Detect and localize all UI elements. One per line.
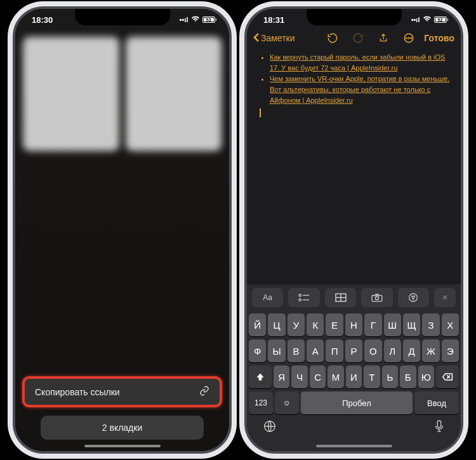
key-У[interactable]: У bbox=[288, 313, 305, 336]
key-Ж[interactable]: Ж bbox=[422, 339, 439, 362]
key-Х[interactable]: Х bbox=[442, 313, 459, 336]
emoji-key[interactable]: ☺ bbox=[275, 391, 299, 414]
checklist-button[interactable] bbox=[288, 288, 319, 307]
more-icon[interactable] bbox=[402, 32, 415, 44]
status-icons: ••ıl 52 bbox=[411, 16, 448, 23]
back-button[interactable]: Заметки bbox=[253, 32, 295, 44]
key-Щ[interactable]: Щ bbox=[403, 313, 420, 336]
copy-links-menu-item[interactable]: Скопировать ссылки bbox=[23, 377, 221, 407]
note-content[interactable]: Как вернуть старый пароль, если забыли н… bbox=[247, 47, 461, 284]
key-Р[interactable]: Р bbox=[345, 339, 362, 362]
home-indicator[interactable] bbox=[316, 445, 392, 447]
text-cursor bbox=[260, 108, 261, 117]
key-Е[interactable]: Е bbox=[326, 313, 343, 336]
svg-point-4 bbox=[299, 294, 301, 297]
svg-point-3 bbox=[411, 37, 412, 39]
copy-links-label: Скопировать ссылки bbox=[35, 387, 120, 397]
space-key[interactable]: Пробел bbox=[301, 391, 413, 414]
key-Ч[interactable]: Ч bbox=[291, 365, 307, 388]
key-Ю[interactable]: Ю bbox=[418, 365, 434, 388]
share-icon[interactable] bbox=[377, 32, 390, 44]
text-format-button[interactable]: Aa bbox=[252, 288, 283, 307]
camera-button[interactable] bbox=[361, 288, 392, 307]
tab-thumbnails bbox=[15, 30, 229, 157]
wifi-icon bbox=[191, 16, 200, 23]
undo-icon[interactable] bbox=[326, 32, 339, 44]
signal-icon: ••ıl bbox=[180, 16, 188, 23]
link-icon bbox=[199, 386, 209, 398]
phone-right: 18:31 ••ıl 52 Заметки Готово bbox=[244, 6, 463, 454]
status-time: 18:30 bbox=[28, 15, 53, 25]
key-А[interactable]: А bbox=[307, 339, 324, 362]
svg-rect-15 bbox=[437, 421, 440, 428]
key-М[interactable]: М bbox=[327, 365, 343, 388]
note-link[interactable]: Чем заменить VR-очки Apple, потратив в р… bbox=[270, 75, 449, 104]
key-Ы[interactable]: Ы bbox=[268, 339, 285, 362]
key-Я[interactable]: Я bbox=[274, 365, 289, 388]
done-button[interactable]: Готово bbox=[424, 33, 454, 43]
keyboard: ЙЦУКЕНГШЩЗХ ФЫВАПРОЛДЖЭ ЯЧСМИТЬБЮ 123 ☺ … bbox=[247, 311, 461, 451]
home-indicator[interactable] bbox=[84, 445, 161, 447]
numeric-key[interactable]: 123 bbox=[249, 391, 273, 414]
key-Н[interactable]: Н bbox=[345, 313, 362, 336]
enter-key[interactable]: Ввод bbox=[414, 391, 459, 414]
tab-thumbnail[interactable] bbox=[126, 37, 222, 151]
svg-point-2 bbox=[409, 37, 410, 39]
notes-screen: Заметки Готово Как вернуть старый пароль… bbox=[247, 9, 461, 451]
notch bbox=[307, 9, 402, 25]
format-toolbar: Aa ✕ bbox=[247, 284, 461, 311]
key-О[interactable]: О bbox=[364, 339, 381, 362]
key-Ф[interactable]: Ф bbox=[249, 339, 266, 362]
redo-icon bbox=[352, 32, 364, 44]
status-time: 18:31 bbox=[260, 15, 284, 25]
wifi-icon bbox=[423, 16, 432, 23]
svg-point-1 bbox=[406, 37, 407, 39]
battery-icon: 53 bbox=[202, 16, 217, 23]
notch bbox=[75, 9, 170, 25]
key-Ш[interactable]: Ш bbox=[384, 313, 401, 336]
backspace-key[interactable] bbox=[436, 365, 459, 388]
key-Ц[interactable]: Ц bbox=[268, 313, 285, 336]
safari-tabs-screen: Скопировать ссылки 2 вкладки bbox=[15, 9, 229, 451]
key-З[interactable]: З bbox=[422, 313, 439, 336]
battery-icon: 52 bbox=[434, 16, 449, 23]
globe-key[interactable] bbox=[263, 419, 277, 436]
close-toolbar-button[interactable]: ✕ bbox=[434, 288, 456, 307]
key-Т[interactable]: Т bbox=[364, 365, 380, 388]
key-И[interactable]: И bbox=[346, 365, 362, 388]
chevron-left-icon bbox=[253, 32, 260, 44]
tabs-count-button[interactable]: 2 вкладки bbox=[41, 416, 204, 440]
key-Й[interactable]: Й bbox=[249, 313, 266, 336]
key-П[interactable]: П bbox=[326, 339, 343, 362]
key-Ь[interactable]: Ь bbox=[382, 365, 398, 388]
key-К[interactable]: К bbox=[307, 313, 324, 336]
table-button[interactable] bbox=[325, 288, 356, 307]
note-link[interactable]: Как вернуть старый пароль, если забыли н… bbox=[270, 53, 445, 72]
signal-icon: ••ıl bbox=[411, 16, 420, 23]
tab-thumbnail[interactable] bbox=[23, 37, 119, 151]
key-С[interactable]: С bbox=[310, 365, 326, 388]
status-icons: ••ıl 53 bbox=[180, 16, 216, 23]
shift-key[interactable] bbox=[249, 365, 272, 388]
key-В[interactable]: В bbox=[288, 339, 305, 362]
key-Э[interactable]: Э bbox=[442, 339, 459, 362]
dictation-key[interactable] bbox=[433, 419, 445, 436]
svg-point-12 bbox=[375, 296, 378, 299]
markup-button[interactable] bbox=[398, 288, 429, 307]
key-Г[interactable]: Г bbox=[364, 313, 381, 336]
key-Л[interactable]: Л bbox=[384, 339, 401, 362]
notes-toolbar: Заметки Готово bbox=[247, 30, 461, 47]
phone-left: 18:30 ••ıl 53 Скопировать ссылки 2 вкл bbox=[13, 6, 232, 454]
svg-point-6 bbox=[299, 299, 301, 301]
key-Д[interactable]: Д bbox=[403, 339, 420, 362]
key-Б[interactable]: Б bbox=[400, 365, 416, 388]
